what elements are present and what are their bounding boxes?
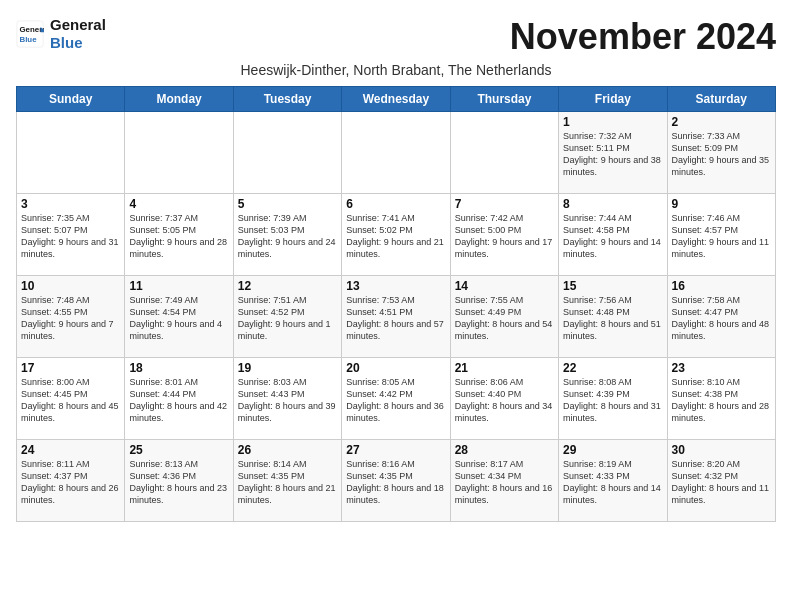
day-cell-25: 25Sunrise: 8:13 AM Sunset: 4:36 PM Dayli… [125,440,233,522]
week-row-3: 10Sunrise: 7:48 AM Sunset: 4:55 PM Dayli… [17,276,776,358]
day-info: Sunrise: 7:42 AM Sunset: 5:00 PM Dayligh… [455,212,554,261]
day-cell-22: 22Sunrise: 8:08 AM Sunset: 4:39 PM Dayli… [559,358,667,440]
day-number: 15 [563,279,662,293]
day-number: 26 [238,443,337,457]
day-info: Sunrise: 7:41 AM Sunset: 5:02 PM Dayligh… [346,212,445,261]
day-number: 6 [346,197,445,211]
day-number: 25 [129,443,228,457]
day-number: 2 [672,115,771,129]
day-cell-27: 27Sunrise: 8:16 AM Sunset: 4:35 PM Dayli… [342,440,450,522]
day-info: Sunrise: 7:46 AM Sunset: 4:57 PM Dayligh… [672,212,771,261]
day-number: 16 [672,279,771,293]
day-info: Sunrise: 8:10 AM Sunset: 4:38 PM Dayligh… [672,376,771,425]
day-number: 9 [672,197,771,211]
day-cell-empty-3 [342,112,450,194]
day-number: 17 [21,361,120,375]
day-cell-13: 13Sunrise: 7:53 AM Sunset: 4:51 PM Dayli… [342,276,450,358]
day-cell-14: 14Sunrise: 7:55 AM Sunset: 4:49 PM Dayli… [450,276,558,358]
week-row-5: 24Sunrise: 8:11 AM Sunset: 4:37 PM Dayli… [17,440,776,522]
day-cell-18: 18Sunrise: 8:01 AM Sunset: 4:44 PM Dayli… [125,358,233,440]
day-number: 28 [455,443,554,457]
day-cell-16: 16Sunrise: 7:58 AM Sunset: 4:47 PM Dayli… [667,276,775,358]
day-cell-23: 23Sunrise: 8:10 AM Sunset: 4:38 PM Dayli… [667,358,775,440]
day-number: 10 [21,279,120,293]
day-number: 29 [563,443,662,457]
day-info: Sunrise: 8:08 AM Sunset: 4:39 PM Dayligh… [563,376,662,425]
weekday-header-wednesday: Wednesday [342,87,450,112]
day-info: Sunrise: 7:55 AM Sunset: 4:49 PM Dayligh… [455,294,554,343]
day-info: Sunrise: 7:44 AM Sunset: 4:58 PM Dayligh… [563,212,662,261]
day-number: 14 [455,279,554,293]
week-row-1: 1Sunrise: 7:32 AM Sunset: 5:11 PM Daylig… [17,112,776,194]
day-cell-17: 17Sunrise: 8:00 AM Sunset: 4:45 PM Dayli… [17,358,125,440]
day-info: Sunrise: 7:35 AM Sunset: 5:07 PM Dayligh… [21,212,120,261]
weekday-header-friday: Friday [559,87,667,112]
day-number: 20 [346,361,445,375]
weekday-header-tuesday: Tuesday [233,87,341,112]
day-number: 13 [346,279,445,293]
day-number: 19 [238,361,337,375]
logo-general: General [50,16,106,34]
weekday-header-row: SundayMondayTuesdayWednesdayThursdayFrid… [17,87,776,112]
day-cell-30: 30Sunrise: 8:20 AM Sunset: 4:32 PM Dayli… [667,440,775,522]
day-cell-15: 15Sunrise: 7:56 AM Sunset: 4:48 PM Dayli… [559,276,667,358]
svg-text:Blue: Blue [20,35,38,44]
day-cell-7: 7Sunrise: 7:42 AM Sunset: 5:00 PM Daylig… [450,194,558,276]
day-info: Sunrise: 8:13 AM Sunset: 4:36 PM Dayligh… [129,458,228,507]
day-cell-9: 9Sunrise: 7:46 AM Sunset: 4:57 PM Daylig… [667,194,775,276]
day-info: Sunrise: 7:37 AM Sunset: 5:05 PM Dayligh… [129,212,228,261]
day-number: 3 [21,197,120,211]
day-info: Sunrise: 8:20 AM Sunset: 4:32 PM Dayligh… [672,458,771,507]
day-cell-19: 19Sunrise: 8:03 AM Sunset: 4:43 PM Dayli… [233,358,341,440]
calendar-table: SundayMondayTuesdayWednesdayThursdayFrid… [16,86,776,522]
day-info: Sunrise: 7:51 AM Sunset: 4:52 PM Dayligh… [238,294,337,343]
day-info: Sunrise: 8:16 AM Sunset: 4:35 PM Dayligh… [346,458,445,507]
day-info: Sunrise: 7:33 AM Sunset: 5:09 PM Dayligh… [672,130,771,179]
day-cell-11: 11Sunrise: 7:49 AM Sunset: 4:54 PM Dayli… [125,276,233,358]
day-cell-10: 10Sunrise: 7:48 AM Sunset: 4:55 PM Dayli… [17,276,125,358]
header: General Blue General Blue November 2024 [16,16,776,58]
weekday-header-monday: Monday [125,87,233,112]
day-cell-20: 20Sunrise: 8:05 AM Sunset: 4:42 PM Dayli… [342,358,450,440]
day-number: 27 [346,443,445,457]
weekday-header-thursday: Thursday [450,87,558,112]
weekday-header-sunday: Sunday [17,87,125,112]
month-title: November 2024 [510,16,776,58]
weekday-header-saturday: Saturday [667,87,775,112]
day-number: 7 [455,197,554,211]
day-cell-26: 26Sunrise: 8:14 AM Sunset: 4:35 PM Dayli… [233,440,341,522]
day-cell-5: 5Sunrise: 7:39 AM Sunset: 5:03 PM Daylig… [233,194,341,276]
day-cell-1: 1Sunrise: 7:32 AM Sunset: 5:11 PM Daylig… [559,112,667,194]
day-cell-21: 21Sunrise: 8:06 AM Sunset: 4:40 PM Dayli… [450,358,558,440]
day-number: 22 [563,361,662,375]
day-number: 8 [563,197,662,211]
logo-blue: Blue [50,34,106,52]
day-cell-empty-2 [233,112,341,194]
day-cell-12: 12Sunrise: 7:51 AM Sunset: 4:52 PM Dayli… [233,276,341,358]
day-info: Sunrise: 7:48 AM Sunset: 4:55 PM Dayligh… [21,294,120,343]
day-info: Sunrise: 8:05 AM Sunset: 4:42 PM Dayligh… [346,376,445,425]
svg-text:General: General [20,25,45,34]
day-info: Sunrise: 8:11 AM Sunset: 4:37 PM Dayligh… [21,458,120,507]
day-number: 18 [129,361,228,375]
day-info: Sunrise: 8:00 AM Sunset: 4:45 PM Dayligh… [21,376,120,425]
day-cell-29: 29Sunrise: 8:19 AM Sunset: 4:33 PM Dayli… [559,440,667,522]
day-info: Sunrise: 8:14 AM Sunset: 4:35 PM Dayligh… [238,458,337,507]
day-number: 12 [238,279,337,293]
day-info: Sunrise: 8:06 AM Sunset: 4:40 PM Dayligh… [455,376,554,425]
day-info: Sunrise: 7:39 AM Sunset: 5:03 PM Dayligh… [238,212,337,261]
day-cell-empty-1 [125,112,233,194]
day-number: 21 [455,361,554,375]
day-cell-28: 28Sunrise: 8:17 AM Sunset: 4:34 PM Dayli… [450,440,558,522]
day-info: Sunrise: 7:32 AM Sunset: 5:11 PM Dayligh… [563,130,662,179]
day-cell-6: 6Sunrise: 7:41 AM Sunset: 5:02 PM Daylig… [342,194,450,276]
day-number: 23 [672,361,771,375]
day-cell-4: 4Sunrise: 7:37 AM Sunset: 5:05 PM Daylig… [125,194,233,276]
day-number: 24 [21,443,120,457]
logo-icon: General Blue [16,20,44,48]
day-info: Sunrise: 7:58 AM Sunset: 4:47 PM Dayligh… [672,294,771,343]
day-info: Sunrise: 7:56 AM Sunset: 4:48 PM Dayligh… [563,294,662,343]
logo: General Blue General Blue [16,16,106,52]
day-cell-empty-0 [17,112,125,194]
day-number: 5 [238,197,337,211]
